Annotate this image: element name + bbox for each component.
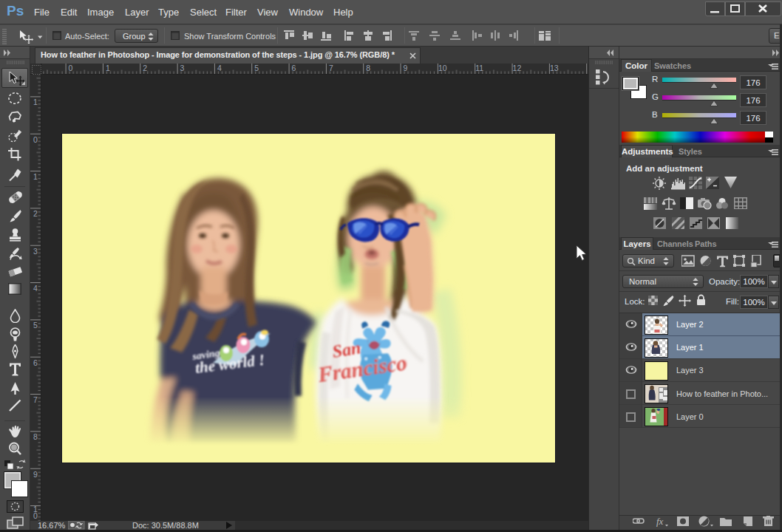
svg-text:7: 7 xyxy=(33,395,38,404)
svg-text:8: 8 xyxy=(33,432,38,441)
svg-text:7: 7 xyxy=(329,64,333,72)
svg-text:fx: fx xyxy=(656,516,664,527)
svg-text:8: 8 xyxy=(366,64,370,72)
svg-text:4: 4 xyxy=(217,64,222,72)
svg-text:0: 0 xyxy=(69,64,73,72)
svg-text:1: 1 xyxy=(106,64,110,72)
svg-text:12: 12 xyxy=(513,64,522,72)
svg-text:9: 9 xyxy=(33,470,38,479)
svg-text:1: 1 xyxy=(33,98,38,106)
svg-text:6: 6 xyxy=(33,358,38,367)
svg-text:2: 2 xyxy=(143,64,147,72)
svg-text:9: 9 xyxy=(404,64,408,72)
svg-text:3: 3 xyxy=(33,247,38,256)
svg-text:2: 2 xyxy=(33,209,38,218)
svg-text:0: 0 xyxy=(33,135,38,144)
svg-text:1: 1 xyxy=(33,172,38,181)
svg-text:10: 10 xyxy=(438,64,447,72)
svg-text:4: 4 xyxy=(33,284,38,293)
svg-text:3: 3 xyxy=(180,64,185,72)
svg-text:13: 13 xyxy=(550,64,559,72)
svg-text:5: 5 xyxy=(254,64,259,72)
svg-text:11: 11 xyxy=(475,64,483,72)
svg-text:6: 6 xyxy=(292,64,296,72)
svg-text:0: 0 xyxy=(33,511,38,520)
svg-text:5: 5 xyxy=(33,321,38,330)
